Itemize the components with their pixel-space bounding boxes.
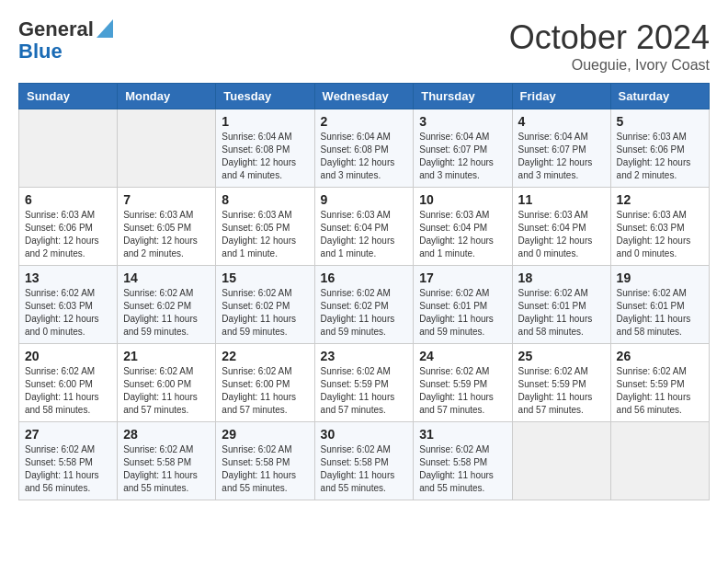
- day-number: 19: [617, 270, 703, 285]
- day-number: 31: [419, 427, 506, 442]
- day-number: 25: [518, 349, 605, 363]
- logo-text-line1: General: [18, 18, 94, 40]
- calendar-cell: [19, 109, 118, 188]
- weekday-header-saturday: Saturday: [610, 84, 709, 109]
- day-number: 4: [518, 114, 605, 129]
- calendar-cell: 21Sunrise: 6:02 AM Sunset: 6:00 PM Dayli…: [118, 344, 216, 422]
- day-detail: Sunrise: 6:04 AM Sunset: 6:07 PM Dayligh…: [419, 131, 506, 182]
- day-detail: Sunrise: 6:02 AM Sunset: 5:58 PM Dayligh…: [321, 443, 408, 495]
- calendar-cell: [610, 422, 709, 500]
- day-number: 10: [419, 192, 506, 207]
- day-detail: Sunrise: 6:02 AM Sunset: 5:58 PM Dayligh…: [222, 443, 308, 495]
- day-number: 7: [123, 192, 210, 207]
- day-detail: Sunrise: 6:02 AM Sunset: 6:00 PM Dayligh…: [123, 365, 210, 417]
- calendar-cell: 30Sunrise: 6:02 AM Sunset: 5:58 PM Dayli…: [314, 422, 414, 500]
- day-detail: Sunrise: 6:02 AM Sunset: 5:58 PM Dayligh…: [123, 443, 210, 495]
- calendar-cell: 7Sunrise: 6:03 AM Sunset: 6:05 PM Daylig…: [118, 188, 216, 266]
- day-number: 22: [222, 349, 308, 363]
- weekday-header-monday: Monday: [118, 84, 216, 109]
- day-number: 1: [222, 114, 308, 129]
- day-detail: Sunrise: 6:02 AM Sunset: 6:02 PM Dayligh…: [321, 287, 408, 339]
- weekday-header-thursday: Thursday: [414, 84, 512, 109]
- weekday-header-sunday: Sunday: [19, 84, 118, 109]
- day-number: 3: [419, 114, 506, 129]
- day-number: 21: [123, 349, 210, 363]
- day-number: 5: [617, 114, 703, 129]
- day-detail: Sunrise: 6:03 AM Sunset: 6:04 PM Dayligh…: [321, 209, 408, 260]
- day-number: 8: [222, 192, 308, 207]
- calendar-cell: 15Sunrise: 6:02 AM Sunset: 6:02 PM Dayli…: [216, 266, 314, 344]
- day-detail: Sunrise: 6:03 AM Sunset: 6:03 PM Dayligh…: [617, 209, 703, 260]
- calendar-cell: 29Sunrise: 6:02 AM Sunset: 5:58 PM Dayli…: [216, 422, 314, 500]
- day-detail: Sunrise: 6:03 AM Sunset: 6:04 PM Dayligh…: [518, 209, 605, 260]
- day-detail: Sunrise: 6:02 AM Sunset: 6:03 PM Dayligh…: [25, 287, 111, 339]
- calendar-cell: 5Sunrise: 6:03 AM Sunset: 6:06 PM Daylig…: [610, 109, 709, 188]
- day-detail: Sunrise: 6:03 AM Sunset: 6:05 PM Dayligh…: [123, 209, 210, 260]
- calendar-cell: 14Sunrise: 6:02 AM Sunset: 6:02 PM Dayli…: [118, 266, 216, 344]
- day-detail: Sunrise: 6:02 AM Sunset: 5:58 PM Dayligh…: [419, 443, 506, 495]
- calendar-cell: 23Sunrise: 6:02 AM Sunset: 5:59 PM Dayli…: [314, 344, 414, 422]
- day-number: 28: [123, 427, 210, 442]
- day-detail: Sunrise: 6:02 AM Sunset: 6:01 PM Dayligh…: [617, 287, 703, 339]
- day-number: 11: [518, 192, 605, 207]
- title-section: October 2024 Oueguie, Ivory Coast: [509, 18, 710, 74]
- day-detail: Sunrise: 6:02 AM Sunset: 6:01 PM Dayligh…: [419, 287, 506, 339]
- calendar-cell: 31Sunrise: 6:02 AM Sunset: 5:58 PM Dayli…: [414, 422, 512, 500]
- weekday-header-tuesday: Tuesday: [216, 84, 314, 109]
- day-number: 24: [419, 349, 506, 363]
- calendar-cell: 2Sunrise: 6:04 AM Sunset: 6:08 PM Daylig…: [314, 109, 414, 188]
- calendar-cell: 18Sunrise: 6:02 AM Sunset: 6:01 PM Dayli…: [512, 266, 610, 344]
- weekday-header-wednesday: Wednesday: [314, 84, 414, 109]
- day-detail: Sunrise: 6:02 AM Sunset: 6:00 PM Dayligh…: [25, 365, 111, 417]
- day-number: 6: [25, 192, 111, 207]
- day-number: 30: [321, 427, 408, 442]
- day-detail: Sunrise: 6:03 AM Sunset: 6:04 PM Dayligh…: [419, 209, 506, 260]
- day-number: 20: [25, 349, 111, 363]
- calendar-cell: [118, 109, 216, 188]
- day-detail: Sunrise: 6:02 AM Sunset: 6:00 PM Dayligh…: [222, 365, 308, 417]
- day-detail: Sunrise: 6:02 AM Sunset: 5:59 PM Dayligh…: [419, 365, 506, 417]
- day-detail: Sunrise: 6:04 AM Sunset: 6:08 PM Dayligh…: [321, 131, 408, 182]
- calendar-cell: 20Sunrise: 6:02 AM Sunset: 6:00 PM Dayli…: [19, 344, 118, 422]
- day-detail: Sunrise: 6:02 AM Sunset: 5:59 PM Dayligh…: [321, 365, 408, 417]
- day-number: 13: [25, 270, 111, 285]
- day-number: 18: [518, 270, 605, 285]
- calendar-cell: 19Sunrise: 6:02 AM Sunset: 6:01 PM Dayli…: [610, 266, 709, 344]
- day-number: 16: [321, 270, 408, 285]
- calendar-cell: 6Sunrise: 6:03 AM Sunset: 6:06 PM Daylig…: [19, 188, 118, 266]
- weekday-header-friday: Friday: [512, 84, 610, 109]
- calendar-cell: 17Sunrise: 6:02 AM Sunset: 6:01 PM Dayli…: [414, 266, 512, 344]
- day-detail: Sunrise: 6:02 AM Sunset: 6:01 PM Dayligh…: [518, 287, 605, 339]
- month-title: October 2024: [509, 18, 710, 57]
- calendar-cell: 8Sunrise: 6:03 AM Sunset: 6:05 PM Daylig…: [216, 188, 314, 266]
- calendar-week-row: 6Sunrise: 6:03 AM Sunset: 6:06 PM Daylig…: [19, 188, 710, 266]
- day-number: 2: [321, 114, 408, 129]
- day-number: 14: [123, 270, 210, 285]
- calendar-week-row: 20Sunrise: 6:02 AM Sunset: 6:00 PM Dayli…: [19, 344, 710, 422]
- calendar-table: SundayMondayTuesdayWednesdayThursdayFrid…: [18, 83, 710, 500]
- day-number: 9: [321, 192, 408, 207]
- day-number: 17: [419, 270, 506, 285]
- day-detail: Sunrise: 6:02 AM Sunset: 5:59 PM Dayligh…: [518, 365, 605, 417]
- calendar-cell: 25Sunrise: 6:02 AM Sunset: 5:59 PM Dayli…: [512, 344, 610, 422]
- calendar-cell: 10Sunrise: 6:03 AM Sunset: 6:04 PM Dayli…: [414, 188, 512, 266]
- calendar-week-row: 1Sunrise: 6:04 AM Sunset: 6:08 PM Daylig…: [19, 109, 710, 188]
- day-detail: Sunrise: 6:02 AM Sunset: 6:02 PM Dayligh…: [123, 287, 210, 339]
- day-number: 27: [25, 427, 111, 442]
- day-detail: Sunrise: 6:04 AM Sunset: 6:08 PM Dayligh…: [222, 131, 308, 182]
- logo-text-line2: Blue: [18, 40, 63, 63]
- location-subtitle: Oueguie, Ivory Coast: [509, 57, 710, 74]
- calendar-cell: 4Sunrise: 6:04 AM Sunset: 6:07 PM Daylig…: [512, 109, 610, 188]
- calendar-cell: 16Sunrise: 6:02 AM Sunset: 6:02 PM Dayli…: [314, 266, 414, 344]
- calendar-cell: 9Sunrise: 6:03 AM Sunset: 6:04 PM Daylig…: [314, 188, 414, 266]
- day-detail: Sunrise: 6:04 AM Sunset: 6:07 PM Dayligh…: [518, 131, 605, 182]
- logo-arrow-icon: [97, 19, 113, 38]
- day-detail: Sunrise: 6:03 AM Sunset: 6:05 PM Dayligh…: [222, 209, 308, 260]
- calendar-cell: 13Sunrise: 6:02 AM Sunset: 6:03 PM Dayli…: [19, 266, 118, 344]
- calendar-header-row: SundayMondayTuesdayWednesdayThursdayFrid…: [19, 84, 710, 109]
- logo: General Blue: [18, 18, 113, 63]
- day-number: 26: [617, 349, 703, 363]
- calendar-body: 1Sunrise: 6:04 AM Sunset: 6:08 PM Daylig…: [19, 109, 710, 500]
- calendar-cell: 27Sunrise: 6:02 AM Sunset: 5:58 PM Dayli…: [19, 422, 118, 500]
- day-detail: Sunrise: 6:03 AM Sunset: 6:06 PM Dayligh…: [617, 131, 703, 182]
